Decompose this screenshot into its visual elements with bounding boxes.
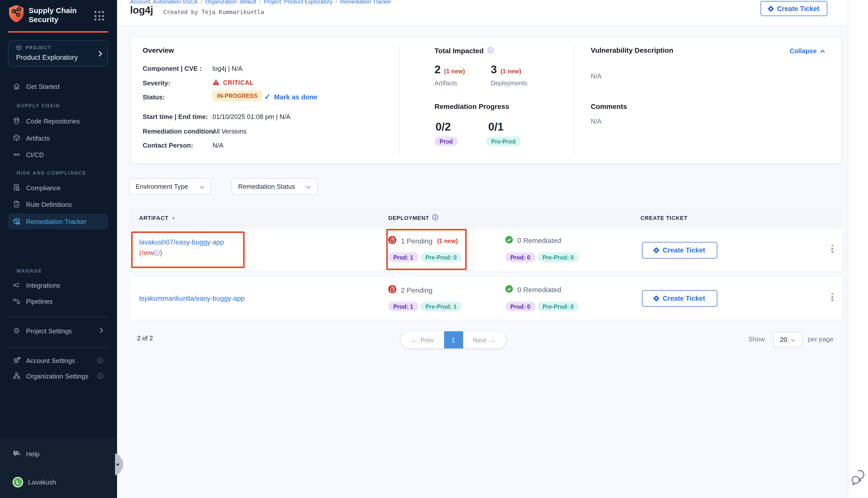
row-menu-kebab-icon[interactable] xyxy=(829,290,835,304)
info-icon[interactable]: ⓘ xyxy=(488,46,494,55)
page-size-select[interactable]: 20 xyxy=(773,332,802,348)
breadcrumb-separator: / xyxy=(259,0,261,4)
breadcrumb-link-project[interactable]: Project: Product Exploratory xyxy=(264,0,333,4)
collapse-link[interactable]: Collapse xyxy=(790,47,825,55)
user-name: Lavakush xyxy=(28,478,56,486)
breadcrumb-link-organization[interactable]: Organization: default xyxy=(205,0,256,4)
sidebar-item-artifacts[interactable]: Artifacts xyxy=(8,131,108,146)
prod-pill: Prod: 1 xyxy=(388,252,418,262)
status-badge: IN-PROGRESS xyxy=(212,90,262,101)
page-title: log4j xyxy=(130,4,153,16)
module-switcher-grid-icon[interactable] xyxy=(94,11,104,21)
column-label: DEPLOYMENT xyxy=(388,214,429,221)
pending-new: (1 new) xyxy=(437,237,458,244)
arrow-left-icon: ← xyxy=(411,336,417,344)
remediated-check-icon xyxy=(505,236,513,245)
chevron-up-icon xyxy=(820,47,825,55)
section-manage: MANAGE xyxy=(16,268,42,274)
breadcrumb-link-account[interactable]: Account: Automation-SSCA xyxy=(130,0,198,4)
page-header: Account: Automation-SSCA/Organization: d… xyxy=(117,0,848,26)
sidebar-item-organization-settings[interactable]: Organization Settings ⓘ xyxy=(8,368,108,383)
sidebar-item-label: Pipelines xyxy=(26,298,53,305)
environment-type-filter[interactable]: Environment Type xyxy=(129,178,211,195)
pending-icon xyxy=(388,236,396,246)
project-selector-label: PROJECT xyxy=(26,45,51,50)
document-search-icon xyxy=(13,184,21,192)
info-icon[interactable]: ⓘ xyxy=(154,249,160,257)
filter-label: Remediation Status xyxy=(238,183,295,190)
info-icon[interactable]: ⓘ xyxy=(98,356,103,365)
arrow-right-icon: → xyxy=(489,336,496,344)
column-deployment: DEPLOYMENT ⓘ xyxy=(388,213,439,222)
prev-page-button[interactable]: ← Prev xyxy=(401,336,444,344)
sidebar-item-code-repositories[interactable]: Code Repositories xyxy=(8,114,108,129)
sidebar-item-label: Get Started xyxy=(26,82,60,90)
status-label: Status: xyxy=(143,93,165,101)
sidebar-item-label: Artifacts xyxy=(26,134,50,142)
sidebar-item-pipelines[interactable]: Pipelines xyxy=(8,294,108,309)
sidebar-item-rule-definitions[interactable]: Rule Definitions xyxy=(8,197,108,212)
column-label: CREATE TICKET xyxy=(640,214,687,221)
info-icon[interactable]: ⓘ xyxy=(98,372,103,380)
sidebar-item-label: Rule Definitions xyxy=(26,200,72,208)
preprod-pill: Pre-Prod xyxy=(486,136,521,146)
section-risk-and-compliance: RISK AND COMPLIANCE xyxy=(16,170,87,176)
project-selector-name: Product Exploratory xyxy=(16,53,78,61)
sidebar-item-label: Organization Settings xyxy=(26,372,89,380)
create-ticket-label: Create Ticket xyxy=(663,247,705,254)
sidebar-item-label: Compliance xyxy=(26,184,61,192)
remediated-count: 0 Remediated xyxy=(517,236,561,245)
remediated-count: 0 Remediated xyxy=(517,286,561,294)
org-chart-gear-icon xyxy=(13,372,21,380)
sidebar-item-project-settings[interactable]: ⚙ Project Settings xyxy=(8,323,108,338)
create-ticket-button-row[interactable]: Create Ticket xyxy=(642,290,717,307)
collapse-label: Collapse xyxy=(790,47,817,55)
condition-value: All Versions xyxy=(212,128,247,135)
artifact-link[interactable]: lavakush07/easy-buggy-app xyxy=(139,238,224,246)
next-page-button[interactable]: Next → xyxy=(463,336,506,344)
sidebar-item-remediation-tracker[interactable]: Remediation Tracker xyxy=(8,213,108,230)
sidebar-item-label: Code Repositories xyxy=(26,117,80,125)
sidebar-item-label: Project Settings xyxy=(26,327,72,335)
vulnerability-description-value: N/A xyxy=(591,72,601,80)
create-ticket-label: Create Ticket xyxy=(663,295,705,302)
table-header: ARTIFACT ▲ DEPLOYMENT ⓘ CREATE TICKET xyxy=(130,208,842,227)
sidebar-item-get-started[interactable]: Get Started xyxy=(8,79,108,94)
row-menu-kebab-icon[interactable] xyxy=(829,241,835,256)
sidebar-item-account-settings[interactable]: Account Settings ⓘ xyxy=(8,353,108,368)
info-icon[interactable]: ⓘ xyxy=(432,213,439,222)
condition-label: Remediation condition: xyxy=(143,128,215,135)
per-page-label: per page xyxy=(808,335,833,343)
vulnerability-description-heading: Vulnerability Description xyxy=(591,46,673,54)
sidebar-item-integrations[interactable]: Integrations xyxy=(8,278,108,293)
page-number-button[interactable]: 1 xyxy=(444,331,463,349)
mark-as-done-link[interactable]: ✓ Mark as done xyxy=(264,92,318,101)
sidebar-item-cicd[interactable]: CI/CD xyxy=(8,147,108,162)
ticket-diamond-icon xyxy=(767,5,774,12)
remediation-status-filter[interactable]: Remediation Status xyxy=(232,178,318,195)
help-chat-icon: ? xyxy=(13,450,21,458)
sidebar-item-user[interactable]: L Lavakush xyxy=(8,474,108,489)
artifact-link[interactable]: tejakummarikuntla/easy-buggy-app xyxy=(139,295,245,302)
project-selector[interactable]: PROJECT Product Exploratory xyxy=(8,40,108,66)
breadcrumb-separator: / xyxy=(201,0,202,4)
sidebar-divider xyxy=(8,317,108,317)
artifact-new-tag: (newⓘ) xyxy=(139,249,162,257)
preprod-pill: Pre-Prod: 1 xyxy=(420,302,462,311)
app-root: Supply Chain Security PROJECT Product Ex… xyxy=(0,0,868,498)
column-artifact[interactable]: ARTIFACT ▲ xyxy=(139,214,176,221)
pagination-summary: 2 of 2 xyxy=(137,335,153,342)
column-label: ARTIFACT xyxy=(139,214,169,221)
created-by-text: Created by Teja Kummarikuntla xyxy=(163,9,264,16)
scroll-strip xyxy=(848,0,868,498)
sidebar-item-compliance[interactable]: Compliance xyxy=(8,180,108,195)
component-cve-label: Component | CVE : xyxy=(143,65,202,72)
create-ticket-button-row[interactable]: Create Ticket xyxy=(642,242,717,259)
create-ticket-button-header[interactable]: Create Ticket xyxy=(761,1,827,16)
breadcrumb-link-remediation-tracker[interactable]: Remediation Tracker xyxy=(340,0,391,4)
create-ticket-label: Create Ticket xyxy=(777,5,819,12)
impacted-artifacts-label: Artifacts xyxy=(435,80,457,87)
infinity-icon xyxy=(13,150,21,159)
chat-support-icon[interactable] xyxy=(851,469,866,488)
sidebar-item-help[interactable]: ? Help xyxy=(8,446,108,461)
